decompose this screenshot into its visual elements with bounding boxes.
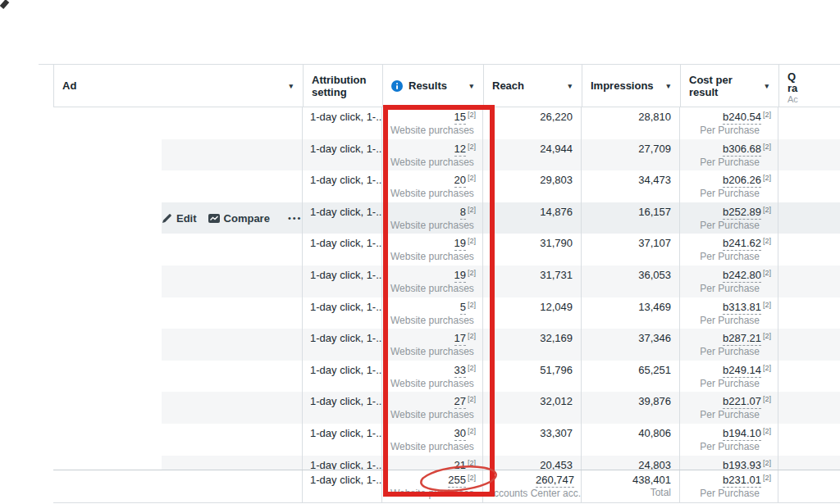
table-row[interactable]: Edit Compare ••• 1-day click, 1-... [53,234,840,266]
cost-per-result-value[interactable]: b306.68 [723,143,761,157]
quality-ranking-cell [778,266,840,297]
column-header-results[interactable]: Results ▾ [382,65,483,107]
chevron-down-icon[interactable]: ▾ [284,82,293,90]
results-value[interactable]: 8 [460,206,466,220]
footnote-marker: [2] [468,234,476,247]
table-row[interactable]: Edit Compare ••• 1-day click, 1-... [53,170,840,202]
summary-total-row: 1-day click, 1-... 255 [2] Website purch… [53,470,840,503]
table-row[interactable]: Edit Compare ••• 1-day click, 1-... [53,202,840,234]
results-value[interactable]: 33 [454,364,466,378]
quality-ranking-cell [778,234,840,266]
impressions-cell: 34,473 [581,170,679,202]
cost-per-result-value[interactable]: b287.21 [723,332,761,346]
cost-per-result-value[interactable]: b252.89 [723,206,761,220]
attribution-cell: 1-day click, 1-... [302,297,381,329]
impressions-value: 37,107 [582,234,679,250]
cost-per-result-value[interactable]: b193.93 [723,459,761,470]
reach-value: 32,012 [483,392,581,408]
results-value[interactable]: 5 [460,301,466,315]
column-header-impressions[interactable]: Impressions ▾ [582,65,680,107]
column-header-quality-ranking[interactable]: Q ra Ac [778,65,840,107]
cost-per-result-value[interactable]: b206.26 [723,174,761,188]
compare-button[interactable]: Compare [208,212,270,225]
chevron-down-icon[interactable]: ▾ [563,82,572,90]
edit-button[interactable]: Edit [162,212,197,225]
table-row[interactable]: Edit Compare ••• 1-day click, 1-... [53,266,840,297]
reach-value: 14,876 [483,202,581,219]
table-row[interactable]: Edit Compare ••• 1-day click, 1-... [53,297,840,329]
attribution-cell: 1-day click, 1-... [302,234,381,266]
cost-per-result-value[interactable]: b194.10 [723,427,761,441]
table-row[interactable]: Edit Compare ••• 1-day click, 1-... [53,139,840,171]
total-results-metric-label: Website purchases [382,488,482,500]
total-results-cell: 255 [2] Website purchases [381,470,482,502]
cost-per-result-cell: b242.80 [2] Per Purchase [679,266,778,297]
cost-per-result-value[interactable]: b242.80 [723,269,761,283]
attribution-value: 1-day click, 1-... [303,234,381,250]
results-cell: 12 [2] Website purchases [381,139,482,171]
cost-per-result-value[interactable]: b221.07 [723,395,761,409]
table-row[interactable]: Edit Compare ••• 1-day click, 1-... [53,329,840,361]
attribution-value: 1-day click, 1-... [303,424,381,440]
total-reach-cell: 260,747 Accounts Center acc... [482,470,581,502]
quality-ranking-cell [778,107,840,139]
attribution-cell: 1-day click, 1-... [302,139,381,171]
more-options-button[interactable]: ••• [281,213,302,223]
results-value[interactable]: 12 [454,143,466,157]
cost-per-result-value[interactable]: b249.14 [723,364,761,378]
impressions-value: 28,810 [582,107,679,124]
results-metric-label: Website purchases [382,378,482,390]
total-label: Total [582,487,679,499]
results-value[interactable]: 19 [454,269,466,283]
quality-ranking-cell [778,392,840,424]
compare-chart-icon [208,213,220,224]
quality-ranking-cell [778,202,840,234]
total-results-value[interactable]: 255 [448,474,466,488]
column-header-cost-per-result[interactable]: Cost per result ▾ [680,65,778,107]
footnote-marker: [2] [763,393,771,406]
cost-per-result-value[interactable]: b241.62 [723,237,761,251]
results-value[interactable]: 17 [454,332,466,346]
results-value[interactable]: 30 [454,427,466,441]
table-row[interactable]: Edit Compare ••• 1-day click, 1-... [53,424,840,456]
chevron-down-icon[interactable]: ▾ [661,82,670,90]
table-row[interactable]: Edit Compare ••• 1-day click, 1-... [53,361,840,393]
total-reach-value[interactable]: 260,747 [536,474,574,488]
reach-cell: 31,731 [482,266,581,297]
footnote-marker: [2] [763,140,771,153]
total-cost-value[interactable]: b231.01 [723,474,761,488]
reach-value: 24,944 [483,139,581,156]
results-value[interactable]: 21 [454,459,466,470]
total-impressions-value: 438,401 [582,470,679,487]
cost-per-result-value[interactable]: b313.81 [723,301,761,315]
column-header-reach[interactable]: Reach ▾ [483,65,582,107]
table-row[interactable]: Edit Compare ••• 1-day click, 1-... [53,392,840,424]
chevron-down-icon[interactable]: ▾ [760,82,769,90]
results-value[interactable]: 27 [454,395,466,409]
ads-manager-table-page: Ad ▾ Attribution setting Results ▾ Reach… [0,0,840,504]
footnote-marker: [2] [468,456,476,470]
results-metric-label: Website purchases [382,346,482,358]
chevron-down-icon[interactable]: ▾ [464,82,473,90]
impressions-value: 65,251 [582,361,679,377]
info-icon[interactable] [391,80,403,92]
column-header-attribution-setting[interactable]: Attribution setting [303,65,382,107]
column-header-ad[interactable]: Ad ▾ [54,65,303,107]
table-row[interactable]: Edit Compare ••• 1-day click, 1-... [53,107,840,139]
attribution-value: 1-day click, 1-... [303,361,381,377]
attribution-value: 1-day click, 1-... [303,456,381,470]
cost-metric-label: Per Purchase [680,378,778,390]
results-column-label: Results [409,79,447,92]
table-row[interactable]: Edit Compare ••• 1-day click, 1-... [53,456,840,470]
results-value[interactable]: 15 [454,111,466,125]
impressions-cell: 65,251 [581,361,679,393]
cost-metric-label: Per Purchase [680,315,778,327]
results-value[interactable]: 20 [454,174,466,188]
results-value[interactable]: 19 [454,237,466,251]
results-cell: 27 [2] Website purchases [381,392,482,424]
impressions-value: 13,469 [582,297,679,314]
results-cell: 21 [2] [381,456,482,470]
cost-per-result-cell: b193.93 [2] [679,456,778,470]
cost-per-result-value[interactable]: b240.54 [723,111,761,125]
total-cost-metric-label: Per Purchase [680,488,778,500]
